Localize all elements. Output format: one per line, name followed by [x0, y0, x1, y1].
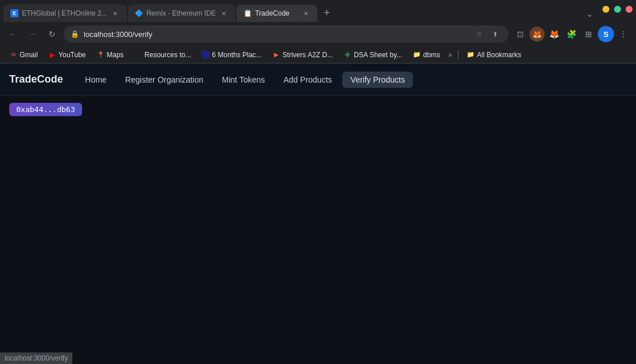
- sidebar-button[interactable]: ⊞: [580, 26, 597, 42]
- maps-favicon: 📍: [97, 51, 105, 59]
- app-logo: TradeCode: [9, 73, 63, 86]
- puzzle-button[interactable]: 🧩: [563, 26, 579, 42]
- bookmark-star-button[interactable]: ☆: [472, 27, 486, 41]
- tab-tradecode-close[interactable]: ✕: [301, 9, 310, 18]
- address-bar-row: ← → ↻ 🔒 localhost:3000/verify ☆ ⬆ ⊡ 🦊 🦊 …: [0, 22, 636, 46]
- share-button[interactable]: ⬆: [488, 27, 502, 41]
- bookmark-strivers-label: Strivers A2Z D...: [283, 51, 333, 59]
- browser-chrome: E ETHGlobal | ETHOnline 2... ✕ 🔷 Remix -…: [0, 0, 636, 64]
- address-bar[interactable]: 🔒 localhost:3000/verify ☆ ⬆: [64, 25, 509, 43]
- address-bar-actions: ☆ ⬆: [472, 27, 502, 41]
- dbms-favicon: 📁: [413, 51, 421, 59]
- maximize-button[interactable]: [614, 6, 621, 13]
- bookmark-dsa[interactable]: ✚ DSA Sheet by...: [339, 50, 407, 60]
- minimize-button[interactable]: [602, 6, 609, 13]
- wallet-address-badge[interactable]: 0xab44...db63: [9, 103, 82, 116]
- bookmark-youtube-label: YouTube: [58, 51, 86, 59]
- metamask-button[interactable]: 🦊: [546, 26, 562, 42]
- tab-ethglobal[interactable]: E ETHGlobal | ETHOnline 2... ✕: [3, 5, 127, 22]
- tab-tradecode[interactable]: 📋 TradeCode ✕: [236, 5, 317, 22]
- tab-tradecode-favicon: 📋: [243, 9, 252, 17]
- youtube-favicon: ▶: [48, 51, 56, 59]
- tab-ethglobal-title: ETHGlobal | ETHOnline 2...: [22, 9, 107, 17]
- gmail-favicon: ✉: [9, 51, 17, 59]
- tab-remix[interactable]: 🔷 Remix - Ethereum IDE ✕: [128, 5, 235, 22]
- nav-mint[interactable]: Mint Tokens: [214, 72, 273, 88]
- back-button[interactable]: ←: [5, 26, 21, 42]
- nav-add[interactable]: Add Products: [275, 72, 340, 88]
- dsa-favicon: ✚: [343, 51, 352, 59]
- bookmark-all-label: All Bookmarks: [477, 51, 522, 59]
- close-button[interactable]: [626, 6, 633, 13]
- bookmark-resources[interactable]: Resources to...: [130, 50, 196, 60]
- bookmark-resources-label: Resources to...: [145, 51, 191, 59]
- bookmark-all[interactable]: 📁 All Bookmarks: [462, 50, 526, 60]
- bookmark-maps[interactable]: 📍 Maps: [92, 50, 128, 60]
- extensions-button[interactable]: 🦊: [530, 27, 545, 42]
- tab-tradecode-title: TradeCode: [255, 9, 298, 17]
- strivers-favicon: ▶: [272, 51, 280, 59]
- bookmarks-separator: [458, 50, 458, 60]
- bookmark-youtube[interactable]: ▶ YouTube: [43, 50, 90, 60]
- tab-ethglobal-close[interactable]: ✕: [110, 9, 120, 18]
- tab-list-button[interactable]: ⌄: [582, 6, 598, 22]
- status-bar: localhost:3000/verify: [0, 352, 72, 364]
- app-navbar: TradeCode Home Register Organization Min…: [0, 64, 636, 96]
- bookmark-dbms[interactable]: 📁 dbms: [408, 50, 445, 60]
- bookmark-6months-label: 6 Months Plac...: [212, 51, 262, 59]
- bookmark-more-button[interactable]: »: [446, 50, 454, 60]
- tab-remix-favicon: 🔷: [135, 9, 143, 17]
- resources-favicon: [134, 51, 142, 59]
- bookmarks-bar: ✉ Gmail ▶ YouTube 📍 Maps Resources to...…: [0, 46, 636, 64]
- bookmark-dbms-label: dbms: [423, 51, 440, 59]
- cast-button[interactable]: ⊡: [512, 26, 528, 42]
- tab-remix-close[interactable]: ✕: [219, 9, 228, 18]
- all-bookmarks-favicon: 📁: [467, 51, 475, 59]
- window-controls: ⌄: [582, 6, 633, 22]
- forward-button[interactable]: →: [24, 26, 40, 42]
- menu-button[interactable]: ⋮: [615, 26, 631, 42]
- new-tab-button[interactable]: +: [319, 5, 335, 21]
- reload-button[interactable]: ↻: [44, 26, 60, 42]
- tab-bar: E ETHGlobal | ETHOnline 2... ✕ 🔷 Remix -…: [0, 0, 636, 22]
- bookmark-strivers[interactable]: ▶ Strivers A2Z D...: [268, 50, 338, 60]
- url-text: localhost:3000/verify: [84, 30, 467, 39]
- tab-remix-title: Remix - Ethereum IDE: [146, 9, 216, 17]
- bookmark-dsa-label: DSA Sheet by...: [354, 51, 402, 59]
- nav-verify[interactable]: Verify Products: [342, 72, 413, 88]
- nav-register[interactable]: Register Organization: [117, 72, 211, 88]
- bookmark-gmail[interactable]: ✉ Gmail: [5, 50, 42, 60]
- app-nav-links: Home Register Organization Mint Tokens A…: [77, 72, 413, 88]
- bookmark-maps-label: Maps: [107, 51, 124, 59]
- bookmark-gmail-label: Gmail: [20, 51, 38, 59]
- tab-ethglobal-favicon: E: [10, 9, 19, 17]
- bookmark-6months[interactable]: 6 Months Plac...: [197, 50, 267, 60]
- page-content: TradeCode Home Register Organization Min…: [0, 64, 636, 364]
- browser-actions: ⊡ 🦊 🦊 🧩 ⊞ S ⋮: [512, 26, 631, 42]
- 6months-favicon: [202, 51, 210, 59]
- lock-icon: 🔒: [71, 30, 79, 38]
- nav-home[interactable]: Home: [77, 72, 114, 88]
- profile-button[interactable]: S: [598, 26, 614, 42]
